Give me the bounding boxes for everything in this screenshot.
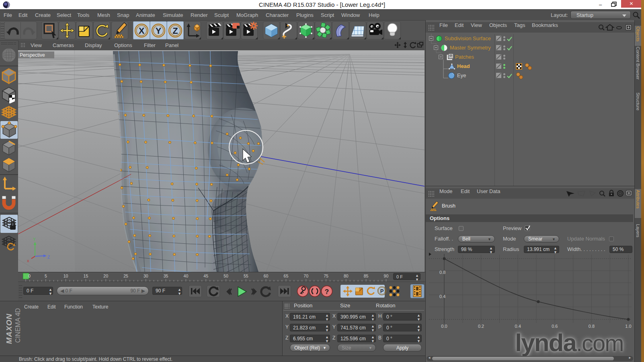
svg-text:60: 60	[264, 274, 269, 278]
svg-text:0.4: 0.4	[439, 294, 445, 299]
svg-text:80: 80	[344, 274, 349, 278]
svg-text:0.8: 0.8	[439, 270, 445, 275]
svg-text:?: ?	[325, 288, 329, 296]
svg-text:75: 75	[324, 274, 328, 278]
svg-text:P: P	[380, 288, 384, 294]
svg-text:35: 35	[164, 274, 168, 278]
svg-text:70: 70	[304, 274, 308, 278]
svg-text:Y: Y	[33, 237, 36, 242]
svg-text:45: 45	[203, 274, 208, 278]
svg-text:50: 50	[224, 274, 228, 278]
svg-text:0.0: 0.0	[441, 324, 447, 329]
svg-text:25: 25	[123, 274, 128, 278]
svg-text:40: 40	[184, 274, 189, 278]
svg-text:O: O	[449, 55, 452, 58]
svg-text:30: 30	[144, 274, 148, 278]
svg-text:0: 0	[28, 274, 31, 278]
svg-text:Perspective: Perspective	[20, 52, 45, 58]
svg-text:20: 20	[103, 274, 108, 278]
svg-text:0.2: 0.2	[478, 324, 484, 329]
svg-text:X: X	[139, 26, 145, 36]
svg-text:85: 85	[364, 274, 369, 278]
svg-text:65: 65	[284, 274, 289, 278]
svg-text:15: 15	[84, 274, 88, 278]
svg-text:Z: Z	[47, 255, 50, 259]
svg-text:5: 5	[45, 274, 47, 278]
svg-text:55: 55	[244, 274, 248, 278]
svg-text:10: 10	[64, 274, 68, 278]
svg-text:X: X	[27, 259, 29, 263]
svg-text:90: 90	[384, 274, 389, 278]
svg-text:Z: Z	[172, 26, 178, 36]
svg-text:Y: Y	[156, 26, 162, 36]
